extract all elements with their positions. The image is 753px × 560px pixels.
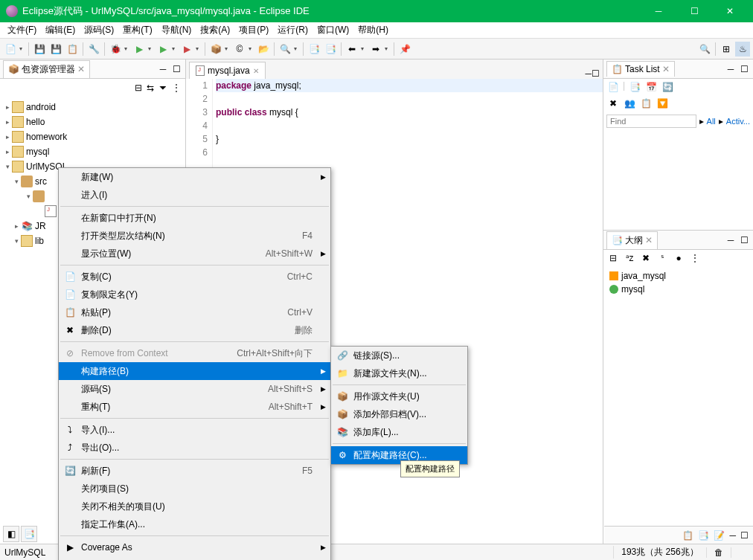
ctx-item-14[interactable]: 源码(S)Alt+Shift+S▶ [59, 380, 330, 398]
ctx-item-1[interactable]: 进入(I) [59, 186, 330, 204]
tb-c[interactable]: 📑 [307, 42, 321, 57]
minimize-tasklist-button[interactable]: ─ [725, 63, 737, 75]
close-tab-icon[interactable]: ✕ [662, 64, 670, 74]
maximize-button[interactable]: ☐ [677, 0, 711, 22]
maximize-panel-button[interactable]: ☐ [170, 63, 182, 75]
menu-project[interactable]: 项目(P) [234, 22, 273, 38]
debug-button[interactable]: 🐞 [108, 42, 123, 57]
ctx-item-23[interactable]: 指定工作集(A)... [59, 515, 330, 533]
outline-package[interactable]: java_mysql [606, 269, 750, 283]
ctx-item-12[interactable]: ⊘Remove from ContextCtrl+Alt+Shift+向下 [59, 344, 330, 362]
task-t2[interactable]: 👥 [623, 97, 636, 110]
open-type-button[interactable]: 📂 [256, 42, 271, 57]
menu-refactor[interactable]: 重构(T) [118, 22, 156, 38]
ctx-item-0[interactable]: 新建(W)▶ [59, 168, 330, 186]
outline-t5[interactable]: ● [672, 251, 685, 265]
ctx-item-18[interactable]: ⤴导出(O)... [59, 439, 330, 457]
minimize-editor-button[interactable]: ─ [585, 68, 592, 79]
outline-t1[interactable]: ⊟ [606, 251, 620, 265]
task-t1[interactable]: ✖ [606, 97, 620, 110]
view-menu-button[interactable]: ⋮ [172, 83, 181, 93]
back-button[interactable]: ⬅ [345, 42, 359, 57]
project-hello[interactable]: ▸hello [0, 115, 185, 129]
close-button[interactable]: ✕ [713, 0, 747, 22]
run-button[interactable]: ▶ [132, 42, 147, 57]
ctx-item-13[interactable]: 构建路径(B)▶ [59, 362, 330, 380]
task-t3[interactable]: 📋 [639, 97, 653, 110]
ctx-item-15[interactable]: 重构(T)Alt+Shift+T▶ [59, 398, 330, 416]
find-input[interactable] [606, 115, 696, 128]
sub-item-3[interactable]: 📦用作源文件夹(U) [331, 387, 467, 405]
sub-item-5[interactable]: 📚添加库(L)... [331, 423, 467, 441]
pin-button[interactable]: 📌 [397, 42, 412, 57]
br-btn2[interactable]: 📑 [698, 530, 709, 541]
task-sync-button[interactable]: 🔄 [661, 80, 674, 94]
outline-t4[interactable]: ˢ [656, 251, 669, 265]
outline-sort-button[interactable]: ᵃz [623, 251, 636, 265]
maximize-tasklist-button[interactable]: ☐ [738, 63, 750, 75]
package-explorer-tab[interactable]: 📦 包资源管理器 ✕ [3, 60, 90, 78]
outline-t3[interactable]: ✖ [639, 251, 653, 265]
sub-item-1[interactable]: 📁新建源文件夹(N)... [331, 364, 467, 382]
task-t4[interactable]: 🔽 [656, 97, 669, 110]
tb-a[interactable]: 📋 [65, 42, 80, 57]
ctx-item-21[interactable]: 关闭项目(S) [59, 480, 330, 498]
fwd-button[interactable]: ➡ [368, 42, 383, 57]
ctx-item-8[interactable]: 📄复制限定名(Y) [59, 286, 330, 303]
task-sched-button[interactable]: 📅 [644, 80, 658, 94]
menu-file[interactable]: 文件(F) [3, 22, 41, 38]
maximize-editor-button[interactable]: ☐ [592, 68, 600, 79]
minimize-button[interactable]: ─ [641, 0, 676, 22]
br-btn3[interactable]: 📝 [714, 530, 725, 541]
ctx-item-20[interactable]: 🔄刷新(F)F5 [59, 462, 330, 480]
tasklist-tab[interactable]: 📋 Task List ✕ [606, 61, 675, 77]
new-class-button[interactable]: © [232, 42, 247, 57]
ctx-item-9[interactable]: 📋粘贴(P)Ctrl+V [59, 303, 330, 321]
ctx-item-7[interactable]: 📄复制(C)Ctrl+C [59, 268, 330, 286]
persp-open-button[interactable]: ⊞ [719, 42, 734, 57]
menu-source[interactable]: 源码(S) [80, 22, 118, 38]
coverage-button[interactable]: ▶ [156, 42, 170, 57]
editor-tab-mysql[interactable]: mysql.java ✕ [189, 62, 266, 79]
collapse-all-button[interactable]: ⊟ [135, 83, 142, 93]
left-min-tab2[interactable]: 📑 [21, 526, 37, 542]
outline-tab[interactable]: 📑 大纲 ✕ [606, 231, 658, 249]
menu-window[interactable]: 窗口(W) [313, 22, 353, 38]
ctx-item-26[interactable]: ▶运行方式(R)▶ [59, 556, 330, 560]
all-link[interactable]: All [707, 117, 716, 126]
minimize-outline-button[interactable]: ─ [725, 234, 737, 246]
ctx-item-22[interactable]: 关闭不相关的项目(U) [59, 498, 330, 515]
project-android[interactable]: ▸android [0, 100, 185, 115]
ext-tools-button[interactable]: ▶ [179, 42, 194, 57]
persp-java-button[interactable]: ♨ [735, 42, 750, 57]
status-gc-button[interactable]: 🗑 [706, 547, 731, 558]
menu-navigate[interactable]: 导航(N) [157, 22, 196, 38]
minimize-panel-button[interactable]: ─ [157, 63, 169, 75]
save-all-button[interactable]: 💾 [48, 42, 63, 57]
menu-edit[interactable]: 编辑(E) [41, 22, 80, 38]
maximize-outline-button[interactable]: ☐ [738, 234, 750, 246]
close-tab-icon[interactable]: ✕ [77, 64, 85, 74]
menu-search[interactable]: 搜索(A) [196, 22, 234, 38]
filter-button[interactable]: ⏷ [158, 83, 167, 93]
ctx-item-25[interactable]: ▶Coverage As▶ [59, 538, 330, 556]
sub-item-4[interactable]: 📦添加外部归档(V)... [331, 405, 467, 423]
link-editor-button[interactable]: ⇆ [147, 83, 154, 93]
ctx-item-5[interactable]: 显示位置(W)Alt+Shift+W▶ [59, 245, 330, 263]
ctx-item-17[interactable]: ⤵导入(I)... [59, 421, 330, 439]
tb-b[interactable]: 🔧 [86, 42, 101, 57]
quick-access-button[interactable]: 🔍 [697, 42, 712, 57]
ctx-item-10[interactable]: ✖删除(D)删除 [59, 321, 330, 339]
br-btn1[interactable]: 📋 [682, 530, 693, 541]
task-new-button[interactable]: 📄 [606, 80, 620, 94]
left-min-tab1[interactable]: ◧ [3, 526, 19, 542]
ctx-item-4[interactable]: 打开类型层次结构(N)F4 [59, 227, 330, 245]
close-tab-icon[interactable]: ✕ [253, 67, 259, 75]
project-homework[interactable]: ▸homework [0, 129, 185, 144]
sub-item-0[interactable]: 🔗链接源(S)... [331, 347, 467, 364]
save-button[interactable]: 💾 [32, 42, 47, 57]
new-button[interactable]: 📄 [3, 42, 18, 57]
activate-link[interactable]: Activ... [726, 117, 750, 126]
br-btn5[interactable]: ☐ [740, 530, 749, 541]
outline-class[interactable]: mysql [606, 283, 750, 296]
